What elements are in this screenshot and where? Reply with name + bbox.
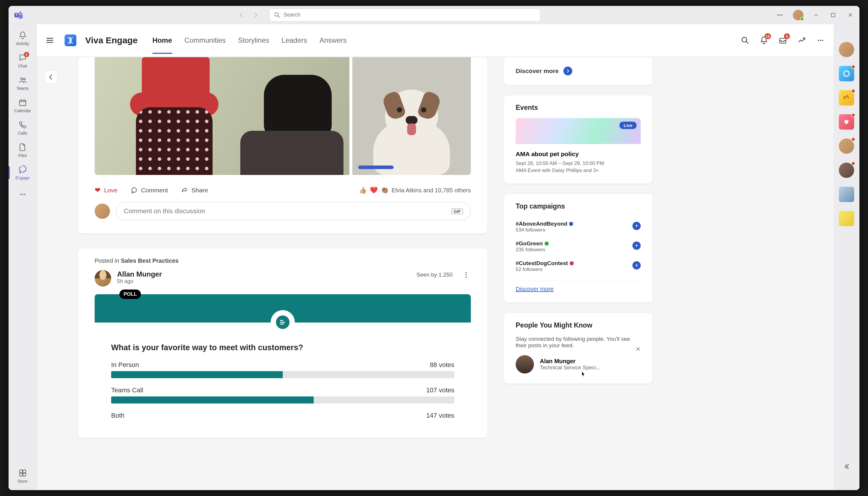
right-app-3[interactable] [839,114,854,129]
nav-fwd-button[interactable] [250,10,261,20]
post-more-button[interactable] [461,270,471,280]
tab-communities[interactable]: Communities [184,27,226,53]
tab-leaders[interactable]: Leaders [282,27,307,53]
search-input[interactable] [284,12,535,18]
tab-home[interactable]: Home [152,27,172,53]
close-button[interactable] [846,11,855,19]
comment-icon [131,187,138,194]
header-notifications-button[interactable]: 12 [758,34,770,46]
svg-point-9 [21,78,23,80]
more-horiz-icon[interactable] [775,10,784,20]
verify-dot-icon [544,242,549,246]
discover-card: Discover more [504,57,653,85]
svg-text:T: T [16,13,18,17]
svg-point-24 [132,188,136,192]
header-analytics-button[interactable] [796,34,808,46]
posted-in[interactable]: Posted in Sales Best Practices [95,258,471,264]
svg-point-13 [22,194,23,195]
svg-point-21 [818,40,819,41]
pymk-card: People You Might Know Stay connected by … [504,313,653,384]
post-image[interactable] [352,57,471,175]
presence-avatar[interactable] [839,42,854,57]
follow-button[interactable]: + [632,222,641,230]
calendar-icon [18,98,27,107]
rail-chat[interactable]: 1 Chat [11,51,34,71]
collapse-rail-button[interactable] [841,461,852,472]
presence-avatar[interactable] [839,138,854,154]
rail-calls[interactable]: Calls [11,118,34,138]
poll-option[interactable]: In Person88 votes [111,361,454,378]
nav-back-button[interactable] [236,10,247,20]
profile-avatar[interactable] [793,10,804,20]
poll-icon [276,315,289,329]
svg-point-14 [24,194,25,195]
svg-rect-18 [23,473,26,476]
viva-engage-logo-icon [64,34,76,46]
event-tile[interactable]: Live AMA about pet policy Sept 28, 10:00… [516,118,641,173]
rail-files[interactable]: Files [11,140,34,160]
right-app-4[interactable] [839,187,854,202]
avatar[interactable] [95,270,111,286]
post-image[interactable] [95,57,349,175]
svg-point-23 [822,40,823,41]
right-app-2[interactable] [839,90,854,106]
feed-post: ❤Love Comment Share 👍🏼 ❤️ 👏🏽 Elvia Atkin… [78,57,488,233]
follow-button[interactable]: + [632,242,641,250]
search-box[interactable] [269,9,540,21]
svg-rect-8 [832,13,835,17]
svg-rect-15 [19,470,22,473]
verify-dot-icon [569,222,573,226]
avatar[interactable] [95,203,110,219]
campaign-row[interactable]: #GoGreen235 followers + [516,236,641,256]
pymk-person[interactable]: Alan Munger Technical Service Speci... [516,355,641,373]
header-search-button[interactable] [739,34,751,46]
presence-avatar[interactable] [839,162,854,178]
svg-rect-17 [19,473,22,476]
campaigns-card: Top campaigns #AboveAndBeyond534 followe… [504,194,653,303]
bell-icon [18,31,27,40]
rail-more[interactable] [11,185,34,204]
header-more-button[interactable] [814,34,826,46]
poll-badge: POLL [119,290,141,299]
maximize-button[interactable] [829,11,838,19]
feed-post: Posted in Sales Best Practices Allan Mun… [78,249,488,438]
campaigns-heading: Top campaigns [516,202,641,210]
gif-button[interactable]: GIF [451,208,463,214]
verify-dot-icon [570,261,574,265]
follow-button[interactable]: + [632,261,641,269]
minimize-button[interactable] [812,11,821,19]
comment-input[interactable]: GIF [116,202,471,220]
rail-teams[interactable]: Teams [11,73,34,93]
poll-option[interactable]: Teams Call107 votes [111,386,454,404]
share-button[interactable]: Share [181,187,208,194]
rail-activity[interactable]: Activity [11,28,34,48]
comment-button[interactable]: Comment [131,187,168,194]
app-brand-name: Viva Engage [85,35,138,45]
love-button[interactable]: ❤Love [95,186,118,195]
dismiss-button[interactable] [635,346,641,352]
rail-engage[interactable]: Engage [11,162,34,183]
poll-option[interactable]: Both147 votes [111,412,454,419]
campaign-row[interactable]: #CutestDogContest52 followers + [516,256,641,276]
rail-calendar[interactable]: Calendar [11,95,34,115]
search-icon [274,12,280,18]
heart-icon: ❤️ [370,186,378,194]
reactions-summary[interactable]: 👍🏼 ❤️ 👏🏽 Elvia Atkins and 10,785 others [359,186,471,194]
svg-point-7 [781,14,782,16]
campaigns-discover-link[interactable]: Discover more [516,286,554,293]
discover-more-link[interactable]: Discover more [516,66,641,75]
header-inbox-button[interactable]: 5 [777,34,789,46]
tab-storylines[interactable]: Storylines [238,27,269,53]
rail-store[interactable]: Store [11,466,34,486]
seen-count[interactable]: Seen by 1.250 [416,272,452,278]
tab-answers[interactable]: Answers [319,27,347,53]
svg-point-26 [466,274,467,275]
campaign-row[interactable]: #AboveAndBeyond534 followers + [516,217,641,236]
events-heading: Events [516,104,641,112]
hamburger-button[interactable] [44,34,56,46]
right-app-1[interactable] [839,66,854,81]
teams-logo-icon: T [13,10,24,20]
right-app-5[interactable] [839,211,854,226]
svg-point-4 [275,13,278,16]
author-name[interactable]: Allan Munger [117,270,162,278]
